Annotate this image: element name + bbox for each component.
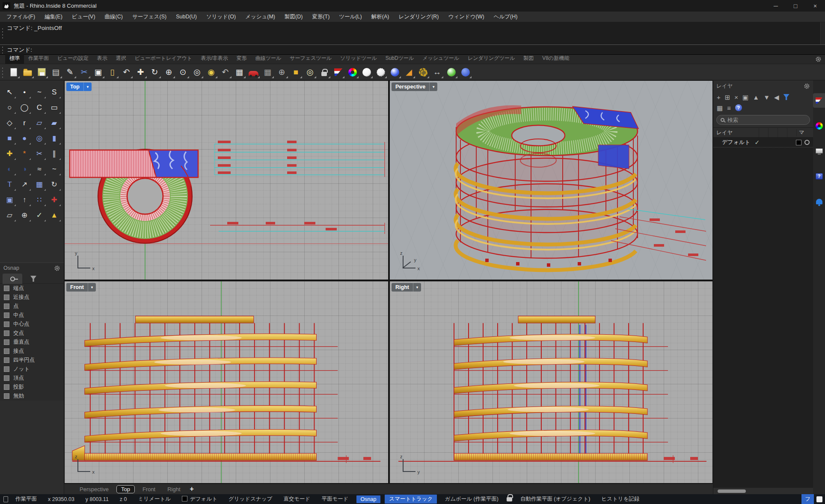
shaded-view-icon[interactable] xyxy=(360,65,373,79)
viewport-right[interactable]: Right ▼ z y xyxy=(390,281,712,483)
split-icon[interactable]: ∥ xyxy=(48,147,61,160)
arc-icon[interactable]: C xyxy=(33,101,46,114)
dimension-icon[interactable]: ↔ xyxy=(430,65,444,79)
color-wheel-icon[interactable] xyxy=(346,65,359,79)
help-icon[interactable] xyxy=(459,65,472,79)
rectangle-icon[interactable]: ▭ xyxy=(48,101,61,114)
viewport-front[interactable]: Front ▼ z x xyxy=(65,281,388,483)
ellipse-icon[interactable]: ◯ xyxy=(18,101,31,114)
zoom-window-icon[interactable]: ⊙ xyxy=(176,65,190,79)
project-checkbox[interactable] xyxy=(4,384,9,390)
fillet-curves-icon[interactable]: r xyxy=(18,117,31,129)
options-gears-icon[interactable] xyxy=(416,65,430,79)
collapse-icon[interactable]: ◀ xyxy=(774,94,779,100)
active-layer[interactable]: デフォルト xyxy=(176,495,223,503)
copy-icon[interactable]: ▣ xyxy=(92,65,105,79)
viewport-perspective[interactable]: Perspective ▼ z x y xyxy=(390,81,712,280)
viewport-label-front[interactable]: Front ▼ xyxy=(66,283,96,292)
tab-standard[interactable]: 標準 xyxy=(5,53,24,64)
new-sublayer-icon[interactable]: ⊞ xyxy=(725,94,730,100)
close-button[interactable]: × xyxy=(805,0,825,12)
plugins-icon[interactable]: ✚ xyxy=(3,147,16,160)
tab-visibility[interactable]: 表示/非表示 xyxy=(196,53,232,64)
orient-icon[interactable]: ↻ xyxy=(48,178,61,191)
duplicate-layer-icon[interactable]: ▣ xyxy=(742,94,748,100)
mid-checkbox[interactable] xyxy=(4,312,9,318)
cplane-grid-icon[interactable]: ▦ xyxy=(261,65,274,79)
layer-filter-icon[interactable] xyxy=(783,94,789,100)
render-preview-icon[interactable] xyxy=(445,65,458,79)
ortho-toggle[interactable]: 直交モード xyxy=(278,495,316,503)
cut-icon[interactable]: ✂ xyxy=(77,65,91,79)
menu-item-edit[interactable]: 編集(E) xyxy=(40,12,67,22)
open-file-icon[interactable] xyxy=(21,65,34,79)
layer-search[interactable] xyxy=(716,115,810,125)
undo-view-icon[interactable]: ↶ xyxy=(219,65,232,79)
layers-gear-icon[interactable] xyxy=(804,83,810,89)
tab-curve-tools[interactable]: 曲線ツール xyxy=(251,53,286,64)
tab-layers[interactable] xyxy=(813,93,825,108)
print-icon[interactable]: ▤ xyxy=(49,65,62,79)
osnap-gear-icon[interactable] xyxy=(54,265,60,271)
array-icon[interactable]: ▦ xyxy=(33,178,46,191)
perpendicular-checkbox[interactable] xyxy=(4,339,9,345)
new-layer-icon[interactable]: + xyxy=(717,94,721,100)
tab-drafting[interactable]: 製図 xyxy=(519,53,538,64)
osnap-tab-filter[interactable] xyxy=(24,274,43,284)
cplane[interactable]: 作業平面 xyxy=(10,495,42,503)
adjustable-blend-icon[interactable]: ~ xyxy=(48,163,61,175)
coord-y[interactable]: y 8003.11 xyxy=(80,496,114,502)
text-icon[interactable]: T xyxy=(3,178,16,191)
minimize-button[interactable]: ─ xyxy=(766,0,786,12)
filter-box-icon[interactable] xyxy=(816,496,822,502)
move-up-icon[interactable]: ▲ xyxy=(753,94,759,100)
chevron-down-icon[interactable]: ▼ xyxy=(83,83,92,91)
intersection-checkbox[interactable] xyxy=(4,330,9,336)
tab-transform[interactable]: 変形 xyxy=(232,53,251,64)
viewport-tab-right[interactable]: Right xyxy=(163,485,184,493)
viewport-tab-top[interactable]: Top xyxy=(116,485,135,493)
interpolate-curve-icon[interactable]: S xyxy=(48,86,61,98)
trim-icon[interactable]: ✂ xyxy=(33,147,46,160)
explode-icon[interactable]: * xyxy=(18,147,31,160)
menu-item-tools[interactable]: ツール(L) xyxy=(334,12,366,22)
menu-item-solid[interactable]: ソリッド(O) xyxy=(202,12,240,22)
menu-item-surface[interactable]: サーフェス(S) xyxy=(128,12,171,22)
toolbar-grip[interactable] xyxy=(2,67,3,78)
spotlight-icon[interactable]: ◢ xyxy=(402,65,415,79)
quadrant-checkbox[interactable] xyxy=(4,357,9,363)
vertex-checkbox[interactable] xyxy=(4,375,9,381)
paste-icon[interactable]: ▯ xyxy=(106,65,119,79)
viewport-label-perspective[interactable]: Perspective ▼ xyxy=(392,83,437,91)
tab-mesh-tools[interactable]: メッシュツール xyxy=(418,53,463,64)
point-checkbox[interactable] xyxy=(4,304,9,309)
osnap-tab-snaps[interactable] xyxy=(3,274,22,284)
zoom-extents-icon[interactable]: ◉ xyxy=(205,65,218,79)
filter-toggle[interactable]: フ xyxy=(801,494,814,504)
layer-grid-icon[interactable]: ▦ xyxy=(717,105,723,111)
rotate-view-icon[interactable]: ↻ xyxy=(148,65,161,79)
array-grid-icon[interactable]: ∷ xyxy=(33,194,46,206)
menu-item-window[interactable]: ウィンドウ(W) xyxy=(444,12,489,22)
viewport-tab-perspective[interactable]: Perspective xyxy=(75,485,113,493)
units[interactable]: ミリメートル xyxy=(133,495,176,503)
boolean-difference-icon[interactable]: ◑ xyxy=(18,163,31,175)
layer-row-default[interactable]: デフォルト ✓ xyxy=(713,138,813,147)
disable-checkbox[interactable] xyxy=(4,393,9,399)
menu-item-analyze[interactable]: 解析(A) xyxy=(367,12,394,22)
tab-viewport-layout[interactable]: ビューポートレイアウト xyxy=(131,53,197,64)
cplane-origin-icon[interactable]: ⊕ xyxy=(275,65,288,79)
zoom-dynamic-icon[interactable]: ⊕ xyxy=(162,65,175,79)
record-history-toggle[interactable]: ヒストリを記録 xyxy=(596,495,645,503)
tab-display[interactable]: 表示 xyxy=(93,53,112,64)
circle-icon[interactable]: ○ xyxy=(3,101,16,114)
layer-help-icon[interactable]: ? xyxy=(735,104,742,111)
layer-color-swatch[interactable] xyxy=(796,140,801,145)
panel-grip[interactable] xyxy=(2,46,3,53)
menu-item-subd[interactable]: SubD(U) xyxy=(171,12,202,21)
solid-tools-icon[interactable]: ▣ xyxy=(3,194,16,206)
tab-display[interactable] xyxy=(813,118,825,133)
tab-cplane[interactable]: 作業平面 xyxy=(24,53,53,64)
viewport-top[interactable]: Top ▼ y x xyxy=(65,81,388,280)
scrollbar-thumb[interactable] xyxy=(718,489,746,493)
